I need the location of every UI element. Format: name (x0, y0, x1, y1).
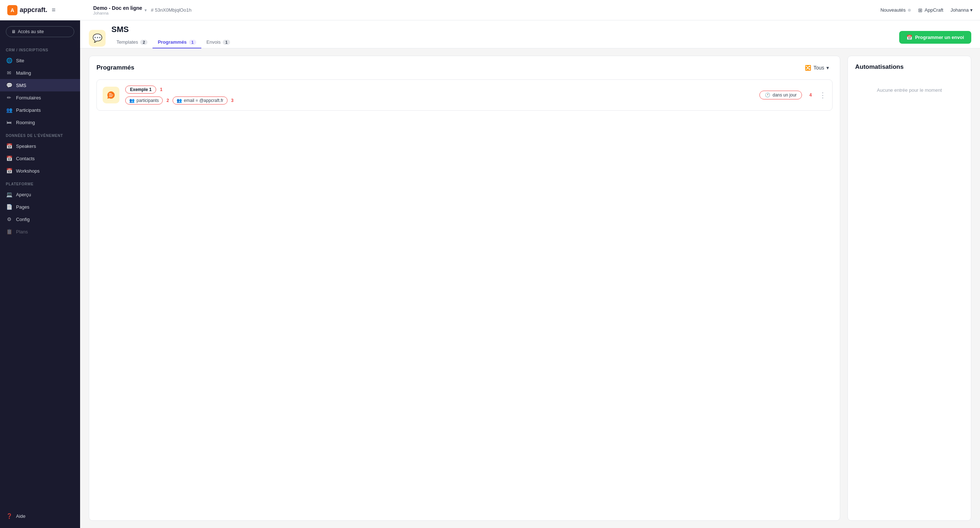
hamburger-button[interactable]: ≡ (50, 5, 57, 15)
sidebar-item-site[interactable]: 🌐 Site (0, 54, 80, 67)
rooming-icon: 🛏 (6, 119, 13, 125)
project-info: Demo - Doc en ligne Johanna (93, 5, 142, 15)
main-layout: 🖥 Accès au site CRM / INSCRIPTIONS 🌐 Sit… (0, 21, 980, 528)
tabs: Templates 2 Programmés 1 Envois 1 (111, 37, 235, 48)
tab-templates[interactable]: Templates 2 (111, 37, 153, 48)
sidebar-item-pages[interactable]: 📄 Pages (0, 200, 80, 213)
filter-badge-icon: 👥 (177, 98, 182, 103)
sidebar-label-speakers: Speakers (16, 143, 36, 149)
card-more-button[interactable]: ⋮ (819, 91, 826, 99)
sms-card-row2: 👥 participants 2 👥 email = @appcraft.fr … (125, 97, 754, 105)
tab-envois-badge: 1 (223, 40, 230, 45)
filter-badge: 👥 email = @appcraft.fr (173, 97, 228, 105)
section-event-label: DONNÉES DE L'ÉVÉNEMENT (0, 129, 80, 140)
sidebar-item-contacts[interactable]: 📅 Contacts (0, 152, 80, 165)
logo-text: appcraft. (20, 6, 47, 14)
workshops-icon: 📅 (6, 168, 13, 174)
monitor-icon: 🖥 (11, 29, 16, 34)
header-right: Nouveautés ⊞ AppCraft Johanna ▾ (880, 7, 973, 13)
sidebar-label-mailing: Mailing (16, 70, 31, 76)
tab-envois-label: Envois (207, 39, 221, 45)
tab-programmes[interactable]: Programmés 1 (153, 37, 201, 48)
main-content: Programmés 🔀 Tous ▾ (80, 48, 980, 528)
sidebar-item-aide[interactable]: ❓ Aide (0, 510, 80, 522)
time-number: 4 (809, 92, 812, 98)
hash-id: # 53nX0MbjqlOo1h (151, 7, 191, 13)
user-menu[interactable]: Johanna ▾ (950, 7, 973, 13)
project-selector[interactable]: Demo - Doc en ligne Johanna ▾ (93, 5, 147, 15)
filter-chevron: ▾ (826, 65, 829, 71)
sidebar-label-rooming: Rooming (16, 120, 35, 125)
sidebar-label-workshops: Workshops (16, 168, 40, 174)
sidebar-item-sms[interactable]: 💬 SMS (0, 79, 80, 91)
page-header-left: 💬 SMS Templates 2 Programmés 1 Env (89, 25, 235, 48)
panel-title: Programmés (97, 64, 134, 72)
tous-filter[interactable]: 🔀 Tous ▾ (801, 64, 832, 72)
project-chevron: ▾ (145, 8, 147, 13)
panel-header: Programmés 🔀 Tous ▾ (97, 64, 832, 72)
sidebar-label-site: Site (16, 58, 24, 64)
right-panel: Automatisations Aucune entrée pour le mo… (848, 56, 971, 521)
section-platform-label: PLATEFORME (0, 177, 80, 188)
sidebar-item-apercu[interactable]: 💻 Aperçu (0, 188, 80, 200)
section-crm-label: CRM / INSCRIPTIONS (0, 43, 80, 54)
sidebar-item-formulaires[interactable]: ✏ Formulaires (0, 91, 80, 104)
sidebar-label-plans: Plans (16, 229, 28, 234)
tab-programmes-label: Programmés (158, 39, 186, 45)
pages-icon: 📄 (6, 204, 13, 210)
sidebar-label-config: Config (16, 217, 30, 222)
card-name-badge: Exemple 1 (125, 86, 156, 94)
project-sub: Johanna (93, 11, 142, 15)
access-btn-label: Accès au site (18, 29, 44, 34)
sidebar: 🖥 Accès au site CRM / INSCRIPTIONS 🌐 Sit… (0, 21, 80, 528)
sidebar-item-mailing[interactable]: ✉ Mailing (0, 67, 80, 79)
logo-icon: A (7, 5, 18, 15)
user-chevron: ▾ (970, 7, 973, 13)
tab-programmes-badge: 1 (189, 40, 196, 45)
formulaires-icon: ✏ (6, 95, 13, 100)
tab-envois[interactable]: Envois 1 (201, 37, 235, 48)
sidebar-label-pages: Pages (16, 204, 30, 210)
clock-icon: 🕐 (765, 92, 770, 98)
apercu-icon: 💻 (6, 192, 13, 197)
page-title-area: SMS Templates 2 Programmés 1 Envois 1 (111, 25, 235, 48)
filter-icon: 🔀 (805, 65, 811, 71)
nouveautes[interactable]: Nouveautés (880, 7, 910, 13)
sidebar-item-rooming[interactable]: 🛏 Rooming (0, 116, 80, 129)
participants-icon: 👥 (129, 98, 135, 103)
sidebar-item-speakers[interactable]: 📅 Speakers (0, 140, 80, 152)
sidebar-item-workshops[interactable]: 📅 Workshops (0, 165, 80, 177)
sms-card-body: Exemple 1 1 👥 participants 2 👥 emai (125, 86, 754, 105)
time-label: dans un jour (773, 92, 797, 98)
access-site-button[interactable]: 🖥 Accès au site (6, 26, 74, 37)
nouveautes-label: Nouveautés (880, 7, 905, 13)
user-label: Johanna (950, 7, 969, 13)
sidebar-label-aide: Aide (16, 514, 25, 519)
sms-icon: 💬 (6, 82, 13, 88)
card-right: 🕐 dans un jour 4 ⋮ (759, 91, 826, 99)
page-header-right: 📅 Programmer un envoi (899, 31, 971, 48)
dot-indicator (908, 9, 911, 12)
participants-number: 2 (166, 98, 169, 103)
sms-card: Exemple 1 1 👥 participants 2 👥 emai (97, 80, 832, 111)
sidebar-label-sms: SMS (16, 83, 26, 88)
filter-label: Tous (813, 65, 824, 71)
logo[interactable]: A appcraft. (7, 5, 47, 15)
top-header: A appcraft. ≡ Demo - Doc en ligne Johann… (0, 0, 980, 21)
sidebar-label-participants: Participants (16, 107, 41, 113)
schedule-button[interactable]: 📅 Programmer un envoi (899, 31, 971, 44)
content-area: 💬 SMS Templates 2 Programmés 1 Env (80, 21, 980, 528)
sidebar-item-participants[interactable]: 👥 Participants (0, 104, 80, 116)
sidebar-label-contacts: Contacts (16, 156, 35, 161)
page-title: SMS (111, 25, 235, 34)
config-icon: ⚙ (6, 216, 13, 222)
plans-icon: 📋 (6, 229, 13, 234)
speakers-icon: 📅 (6, 143, 13, 149)
sidebar-item-config[interactable]: ⚙ Config (0, 213, 80, 226)
appcraft-brand[interactable]: ⊞ AppCraft (918, 7, 943, 13)
mailing-icon: ✉ (6, 70, 13, 76)
left-panel: Programmés 🔀 Tous ▾ (89, 56, 840, 521)
contacts-icon: 📅 (6, 156, 13, 161)
sidebar-label-formulaires: Formulaires (16, 95, 41, 100)
appcraft-label: AppCraft (925, 7, 943, 13)
